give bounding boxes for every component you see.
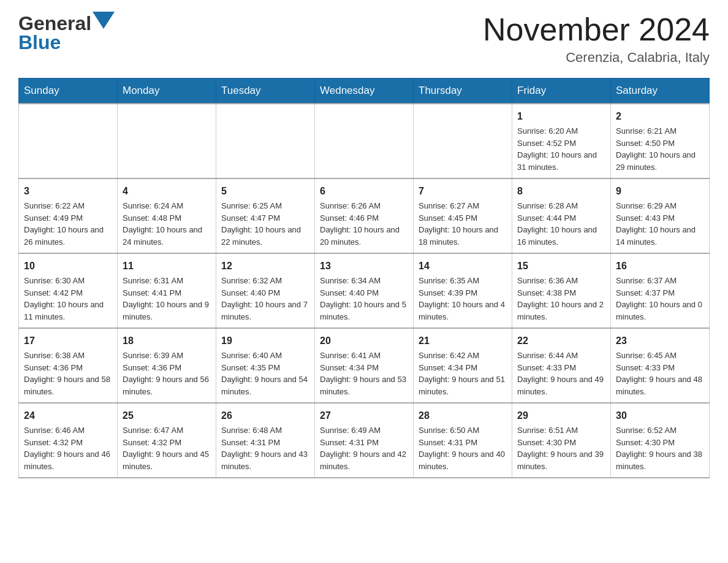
day-info: Sunrise: 6:47 AM Sunset: 4:32 PM Dayligh… [123, 424, 211, 472]
day-number: 14 [419, 259, 507, 274]
day-number: 16 [616, 259, 704, 274]
day-info: Sunrise: 6:48 AM Sunset: 4:31 PM Dayligh… [221, 424, 309, 472]
logo-arrow-icon [93, 12, 115, 34]
day-info: Sunrise: 6:49 AM Sunset: 4:31 PM Dayligh… [320, 424, 408, 472]
day-number: 7 [419, 184, 507, 199]
day-info: Sunrise: 6:30 AM Sunset: 4:42 PM Dayligh… [24, 275, 112, 323]
calendar-cell: 8Sunrise: 6:28 AM Sunset: 4:44 PM Daylig… [512, 178, 611, 253]
calendar-cell [414, 104, 512, 178]
calendar-cell: 15Sunrise: 6:36 AM Sunset: 4:38 PM Dayli… [512, 253, 611, 328]
day-number: 11 [123, 259, 211, 274]
day-number: 10 [24, 259, 112, 274]
day-number: 24 [24, 408, 112, 423]
day-info: Sunrise: 6:29 AM Sunset: 4:43 PM Dayligh… [616, 200, 704, 248]
day-number: 15 [517, 259, 605, 274]
day-info: Sunrise: 6:26 AM Sunset: 4:46 PM Dayligh… [320, 200, 408, 248]
calendar-cell [315, 104, 414, 178]
calendar-table: SundayMondayTuesdayWednesdayThursdayFrid… [18, 78, 710, 478]
day-number: 8 [517, 184, 605, 199]
calendar-cell: 20Sunrise: 6:41 AM Sunset: 4:34 PM Dayli… [315, 328, 414, 403]
day-number: 6 [320, 184, 408, 199]
week-row-1: 1Sunrise: 6:20 AM Sunset: 4:52 PM Daylig… [19, 104, 710, 178]
calendar-cell: 7Sunrise: 6:27 AM Sunset: 4:45 PM Daylig… [414, 178, 512, 253]
month-title: November 2024 [483, 12, 710, 47]
calendar-cell: 17Sunrise: 6:38 AM Sunset: 4:36 PM Dayli… [19, 328, 118, 403]
day-info: Sunrise: 6:44 AM Sunset: 4:33 PM Dayligh… [517, 350, 605, 397]
day-number: 4 [123, 184, 211, 199]
calendar-cell: 6Sunrise: 6:26 AM Sunset: 4:46 PM Daylig… [315, 178, 414, 253]
day-info: Sunrise: 6:21 AM Sunset: 4:50 PM Dayligh… [616, 125, 704, 173]
weekday-header-tuesday: Tuesday [216, 79, 315, 104]
day-info: Sunrise: 6:37 AM Sunset: 4:37 PM Dayligh… [616, 275, 704, 323]
day-info: Sunrise: 6:45 AM Sunset: 4:33 PM Dayligh… [616, 350, 704, 397]
weekday-header-friday: Friday [512, 79, 611, 104]
day-info: Sunrise: 6:24 AM Sunset: 4:48 PM Dayligh… [123, 200, 211, 248]
day-number: 25 [123, 408, 211, 423]
location: Cerenzia, Calabria, Italy [483, 50, 710, 66]
calendar-cell: 14Sunrise: 6:35 AM Sunset: 4:39 PM Dayli… [414, 253, 512, 328]
calendar-cell: 4Sunrise: 6:24 AM Sunset: 4:48 PM Daylig… [118, 178, 216, 253]
week-row-3: 10Sunrise: 6:30 AM Sunset: 4:42 PM Dayli… [19, 253, 710, 328]
calendar-cell: 30Sunrise: 6:52 AM Sunset: 4:30 PM Dayli… [611, 403, 710, 478]
calendar-cell: 16Sunrise: 6:37 AM Sunset: 4:37 PM Dayli… [611, 253, 710, 328]
day-info: Sunrise: 6:42 AM Sunset: 4:34 PM Dayligh… [419, 350, 507, 397]
calendar-cell: 5Sunrise: 6:25 AM Sunset: 4:47 PM Daylig… [216, 178, 315, 253]
calendar-cell: 11Sunrise: 6:31 AM Sunset: 4:41 PM Dayli… [118, 253, 216, 328]
weekday-header-monday: Monday [118, 79, 216, 104]
week-row-5: 24Sunrise: 6:46 AM Sunset: 4:32 PM Dayli… [19, 403, 710, 478]
weekday-header-row: SundayMondayTuesdayWednesdayThursdayFrid… [19, 79, 710, 104]
calendar-cell: 24Sunrise: 6:46 AM Sunset: 4:32 PM Dayli… [19, 403, 118, 478]
day-number: 13 [320, 259, 408, 274]
day-number: 9 [616, 184, 704, 199]
day-number: 30 [616, 408, 704, 423]
day-number: 20 [320, 334, 408, 348]
day-number: 19 [221, 334, 309, 348]
calendar-cell: 18Sunrise: 6:39 AM Sunset: 4:36 PM Dayli… [118, 328, 216, 403]
day-info: Sunrise: 6:39 AM Sunset: 4:36 PM Dayligh… [123, 350, 211, 397]
calendar-cell [19, 104, 118, 178]
day-number: 3 [24, 184, 112, 199]
day-info: Sunrise: 6:28 AM Sunset: 4:44 PM Dayligh… [517, 200, 605, 248]
svg-marker-0 [93, 12, 115, 29]
day-number: 21 [419, 334, 507, 348]
calendar-cell: 1Sunrise: 6:20 AM Sunset: 4:52 PM Daylig… [512, 104, 611, 178]
day-info: Sunrise: 6:41 AM Sunset: 4:34 PM Dayligh… [320, 350, 408, 397]
day-number: 2 [616, 109, 704, 124]
day-number: 29 [517, 408, 605, 423]
logo: General Blue [18, 12, 115, 54]
weekday-header-thursday: Thursday [414, 79, 512, 104]
day-info: Sunrise: 6:46 AM Sunset: 4:32 PM Dayligh… [24, 424, 112, 472]
week-row-2: 3Sunrise: 6:22 AM Sunset: 4:49 PM Daylig… [19, 178, 710, 253]
day-info: Sunrise: 6:50 AM Sunset: 4:31 PM Dayligh… [419, 424, 507, 472]
day-info: Sunrise: 6:40 AM Sunset: 4:35 PM Dayligh… [221, 350, 309, 397]
calendar-cell: 23Sunrise: 6:45 AM Sunset: 4:33 PM Dayli… [611, 328, 710, 403]
day-number: 18 [123, 334, 211, 348]
page-header: General Blue November 2024 Cerenzia, Cal… [18, 12, 710, 66]
day-number: 23 [616, 334, 704, 348]
day-info: Sunrise: 6:22 AM Sunset: 4:49 PM Dayligh… [24, 200, 112, 248]
calendar-cell: 12Sunrise: 6:32 AM Sunset: 4:40 PM Dayli… [216, 253, 315, 328]
day-info: Sunrise: 6:35 AM Sunset: 4:39 PM Dayligh… [419, 275, 507, 323]
calendar-cell: 3Sunrise: 6:22 AM Sunset: 4:49 PM Daylig… [19, 178, 118, 253]
weekday-header-saturday: Saturday [611, 79, 710, 104]
calendar-cell: 19Sunrise: 6:40 AM Sunset: 4:35 PM Dayli… [216, 328, 315, 403]
logo-blue: Blue [18, 31, 61, 54]
day-info: Sunrise: 6:32 AM Sunset: 4:40 PM Dayligh… [221, 275, 309, 323]
calendar-cell [216, 104, 315, 178]
day-info: Sunrise: 6:51 AM Sunset: 4:30 PM Dayligh… [517, 424, 605, 472]
day-number: 28 [419, 408, 507, 423]
day-info: Sunrise: 6:31 AM Sunset: 4:41 PM Dayligh… [123, 275, 211, 323]
calendar-cell: 27Sunrise: 6:49 AM Sunset: 4:31 PM Dayli… [315, 403, 414, 478]
day-info: Sunrise: 6:27 AM Sunset: 4:45 PM Dayligh… [419, 200, 507, 248]
day-number: 5 [221, 184, 309, 199]
weekday-header-sunday: Sunday [19, 79, 118, 104]
day-number: 22 [517, 334, 605, 348]
day-info: Sunrise: 6:34 AM Sunset: 4:40 PM Dayligh… [320, 275, 408, 323]
calendar-cell: 9Sunrise: 6:29 AM Sunset: 4:43 PM Daylig… [611, 178, 710, 253]
calendar-cell: 10Sunrise: 6:30 AM Sunset: 4:42 PM Dayli… [19, 253, 118, 328]
day-number: 26 [221, 408, 309, 423]
day-info: Sunrise: 6:52 AM Sunset: 4:30 PM Dayligh… [616, 424, 704, 472]
calendar-cell: 26Sunrise: 6:48 AM Sunset: 4:31 PM Dayli… [216, 403, 315, 478]
day-info: Sunrise: 6:20 AM Sunset: 4:52 PM Dayligh… [517, 125, 605, 173]
calendar-cell: 22Sunrise: 6:44 AM Sunset: 4:33 PM Dayli… [512, 328, 611, 403]
